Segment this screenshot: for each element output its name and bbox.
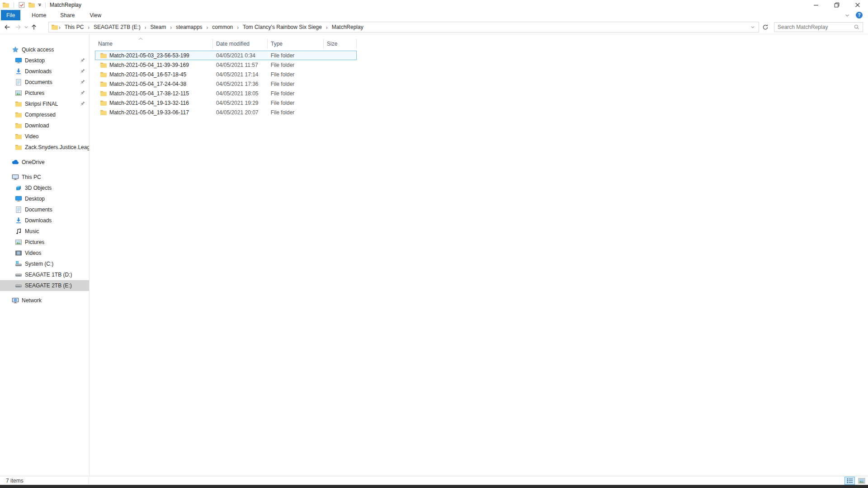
sidebar-item-desktop-pc[interactable]: Desktop [0,193,89,204]
expand-ribbon-button[interactable] [843,11,851,19]
file-date-modified: 04/05/2021 17:14 [213,71,268,78]
sidebar-item-downloads-pc[interactable]: Downloads [0,215,89,226]
sidebar-item-desktop[interactable]: Desktop [0,55,89,66]
breadcrumb-drive[interactable]: SEAGATE 2TB (E:) [90,22,144,32]
sidebar-item-documents[interactable]: Documents [0,77,89,88]
column-header-size[interactable]: Size [324,39,357,49]
breadcrumb-game[interactable]: Tom Clancy's Rainbow Six Siege [239,22,326,32]
file-date-modified: 04/05/2021 11:57 [213,62,268,68]
tab-file[interactable]: File [1,10,20,20]
column-header-label: Size [327,41,337,47]
file-name: Match-2021-05-04_17-38-12-115 [109,90,189,97]
sidebar-item-videos[interactable]: Videos [0,248,89,258]
customize-toolbar-dropdown-icon[interactable] [38,4,41,6]
properties-button-icon[interactable] [18,1,25,9]
sidebar-item-label: System (C:) [25,261,53,267]
sidebar-item-pictures[interactable]: Pictures [0,88,89,99]
tab-share[interactable]: Share [55,10,80,20]
sidebar-item-video[interactable]: Video [0,131,89,142]
navigation-pane: Quick access Desktop Downloads Documents… [0,34,90,476]
sidebar-item-documents-pc[interactable]: Documents [0,204,89,215]
file-date-modified: 04/05/2021 17:36 [213,81,268,87]
up-button[interactable] [28,22,39,33]
file-row[interactable]: Match-2021-05-04_19-33-06-117 04/05/2021… [95,108,357,117]
breadcrumb-separator-icon: › [58,24,61,30]
sidebar-item-network[interactable]: Network [0,295,89,306]
details-view-button[interactable] [844,477,855,485]
sidebar-item-seagate-1tb[interactable]: SEAGATE 1TB (D:) [0,269,89,280]
desktop-icon [15,57,22,64]
sidebar-item-seagate-2tb[interactable]: SEAGATE 2TB (E:) [0,280,89,291]
forward-button[interactable] [13,22,24,33]
star-icon [12,46,19,53]
close-button[interactable] [847,0,868,10]
refresh-icon [762,23,769,31]
sidebar-item-system-c[interactable]: System (C:) [0,258,89,269]
file-type: File folder [268,90,324,97]
sidebar-item-onedrive[interactable]: OneDrive [0,157,89,168]
file-list-pane: Name Date modified Type Size Match-2021-… [90,34,868,476]
minimize-button[interactable] [806,0,826,10]
sidebar-item-label: Skripsi FINAL [25,101,58,107]
file-row[interactable]: Match-2021-05-03_23-56-53-199 04/05/2021… [95,51,357,60]
sidebar-item-music[interactable]: Music [0,226,89,237]
sidebar-item-downloads[interactable]: Downloads [0,66,89,77]
breadcrumb-steam[interactable]: Steam [147,22,170,32]
sidebar-item-zack-snyders[interactable]: Zack.Snyders.Justice.Leagu [0,142,89,153]
sidebar-item-skripsi-final[interactable]: Skripsi FINAL [0,99,89,109]
column-header-name[interactable]: Name [95,39,213,49]
file-row[interactable]: Match-2021-05-04_19-13-32-116 04/05/2021… [95,98,357,108]
address-dropdown-button[interactable] [747,22,759,32]
app-folder-icon [2,1,9,9]
column-header-type[interactable]: Type [268,39,324,49]
sidebar-item-quick-access[interactable]: Quick access [0,44,89,55]
restore-button[interactable] [826,0,847,10]
file-row[interactable]: Match-2021-05-04_11-39-39-169 04/05/2021… [95,60,357,70]
file-row[interactable]: Match-2021-05-04_16-57-18-45 04/05/2021 … [95,70,357,79]
tab-view[interactable]: View [84,10,107,20]
refresh-button[interactable] [760,22,771,33]
large-icons-view-button[interactable] [856,477,867,485]
desktop-icon [15,195,22,202]
status-bar: 7 items [0,476,868,485]
folder-icon [100,71,107,78]
breadcrumb-matchreplay[interactable]: MatchReplay [328,22,367,32]
sidebar-item-3d-objects[interactable]: 3D Objects [0,183,89,193]
sidebar-section-gap [0,291,89,295]
sidebar-item-label: Desktop [25,196,45,202]
search-icon[interactable] [854,24,860,30]
column-header-date-modified[interactable]: Date modified [213,39,268,49]
back-arrow-icon [4,23,11,31]
sidebar-item-this-pc[interactable]: This PC [0,172,89,183]
sidebar-item-download[interactable]: Download [0,120,89,131]
minimize-icon [812,1,820,9]
breadcrumb-this-pc[interactable]: This PC [61,22,88,32]
folder-icon [100,61,107,69]
sidebar-item-label: Downloads [25,217,52,224]
sidebar-item-pictures-pc[interactable]: Pictures [0,237,89,248]
recent-locations-dropdown[interactable] [24,22,28,33]
back-button[interactable] [2,22,13,33]
network-icon [12,297,19,304]
file-date-modified: 04/05/2021 0:34 [213,52,268,59]
pin-icon [79,57,85,64]
sidebar-item-label: Documents [25,79,52,85]
sidebar-item-compressed[interactable]: Compressed [0,109,89,120]
breadcrumb-common[interactable]: common [208,22,236,32]
items-count: 7 items [0,478,24,484]
file-row[interactable]: Match-2021-05-04_17-24-04-38 04/05/2021 … [95,79,357,89]
downloads-icon [15,68,22,75]
tab-home[interactable]: Home [26,10,52,20]
help-button[interactable]: ? [856,12,863,19]
file-row[interactable]: Match-2021-05-04_17-38-12-115 04/05/2021… [95,89,357,98]
forward-arrow-icon [14,23,22,31]
sidebar-section-gap [0,168,89,172]
ribbon-right-controls: ? [843,10,868,20]
folder-icon [100,52,107,59]
sidebar-item-label: OneDrive [22,159,45,165]
sidebar-item-label: 3D Objects [25,185,52,191]
new-folder-button-icon[interactable] [28,1,35,9]
search-input[interactable] [774,24,853,30]
breadcrumb-steamapps[interactable]: steamapps [172,22,206,32]
address-bar[interactable]: › This PC › SEAGATE 2TB (E:) › Steam › s… [48,22,759,33]
